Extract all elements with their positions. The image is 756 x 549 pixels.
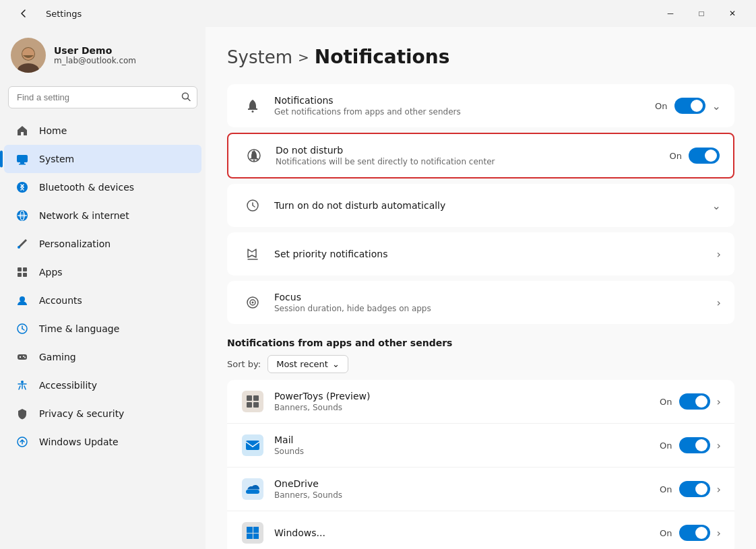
svg-line-20 [22, 329, 24, 330]
powertoys-chevron-icon[interactable]: › [717, 395, 721, 408]
window-body: User Demo m_lab@outlook.com Home [0, 27, 756, 549]
onedrive-toggle[interactable] [679, 481, 710, 497]
accessibility-icon [15, 378, 30, 393]
onedrive-text: OneDrive Banners, Sounds [274, 478, 660, 500]
do-not-disturb-subtitle: Notifications will be sent directly to n… [276, 157, 670, 166]
focus-chevron-icon[interactable]: › [717, 296, 721, 309]
app-row-mail[interactable]: Mail Sounds On › [227, 424, 734, 467]
nav-label-network: Network & internet [39, 210, 129, 221]
gaming-icon [15, 350, 30, 364]
search-input[interactable] [8, 86, 197, 108]
search-box[interactable] [8, 86, 197, 108]
priority-icon [241, 242, 265, 266]
mail-title: Mail [274, 434, 660, 445]
notifications-row[interactable]: Notifications Get notifications from app… [227, 84, 734, 127]
notifications-chevron-down-icon[interactable]: ⌄ [712, 100, 721, 112]
nav-label-bluetooth: Bluetooth & devices [39, 182, 134, 193]
powertoys-app-icon [241, 389, 265, 414]
windows-chevron-icon[interactable]: › [717, 527, 721, 540]
notifications-toggle[interactable] [674, 98, 705, 114]
onedrive-chevron-icon[interactable]: › [717, 483, 721, 496]
nav-item-accounts[interactable]: Accounts [4, 286, 201, 315]
breadcrumb-separator: > [298, 49, 309, 65]
nav-item-personalization[interactable]: Personalization [4, 230, 201, 258]
powertoys-state: On [660, 397, 672, 407]
app-row-powertoys[interactable]: PowerToys (Preview) Banners, Sounds On › [227, 380, 734, 424]
nav-item-accessibility[interactable]: Accessibility [4, 371, 201, 399]
app-notifications-card: PowerToys (Preview) Banners, Sounds On › [227, 380, 734, 549]
apps-icon [15, 265, 30, 280]
priority-chevron-icon[interactable]: › [717, 248, 721, 261]
minimize-button[interactable]: ─ [655, 3, 686, 24]
mail-toggle[interactable] [679, 437, 710, 453]
svg-rect-45 [247, 534, 253, 539]
powertoys-toggle[interactable] [679, 393, 710, 410]
nav-label-update: Windows Update [39, 437, 119, 447]
nav-label-home: Home [39, 125, 67, 136]
windows-controls: On › [660, 525, 721, 541]
windows-state: On [660, 528, 672, 538]
nav-item-home[interactable]: Home [4, 117, 201, 145]
notifications-controls: On ⌄ [655, 98, 721, 114]
app-title: Settings [46, 9, 82, 19]
auto-disturb-right: ⌄ [712, 199, 721, 212]
back-button[interactable] [8, 3, 39, 24]
auto-disturb-text: Turn on do not disturb automatically [274, 200, 712, 211]
focus-row[interactable]: Focus Session duration, hide badges on a… [227, 281, 734, 324]
svg-rect-15 [18, 273, 22, 277]
nav-label-accessibility: Accessibility [39, 380, 97, 391]
nav-item-update[interactable]: Windows Update [4, 428, 201, 456]
svg-rect-38 [253, 395, 259, 401]
nav-item-bluetooth[interactable]: Bluetooth & devices [4, 173, 201, 201]
nav-item-privacy[interactable]: Privacy & security [4, 399, 201, 428]
priority-notifications-row[interactable]: Set priority notifications › [227, 232, 734, 276]
svg-rect-16 [23, 273, 27, 277]
brush-icon [15, 236, 30, 251]
svg-point-2 [22, 48, 34, 60]
auto-disturb-row[interactable]: Turn on do not disturb automatically ⌄ [227, 184, 734, 227]
sort-row: Sort by: Most recent ⌄ [227, 355, 734, 373]
nav-label-personalization: Personalization [39, 238, 111, 249]
auto-disturb-chevron-icon[interactable]: ⌄ [712, 199, 721, 212]
svg-point-25 [23, 356, 24, 357]
onedrive-app-icon [241, 477, 265, 501]
windows-toggle[interactable] [679, 525, 710, 541]
onedrive-controls: On › [660, 481, 721, 497]
nav-item-gaming[interactable]: Gaming [4, 343, 201, 371]
maximize-button[interactable]: □ [686, 3, 717, 24]
window-controls: ─ □ ✕ [655, 3, 748, 24]
notifications-state: On [655, 101, 667, 111]
user-profile[interactable]: User Demo m_lab@outlook.com [0, 27, 206, 86]
nav-item-time[interactable]: Time & language [4, 315, 201, 343]
do-not-disturb-state: On [670, 151, 682, 161]
nav-item-system[interactable]: System [4, 145, 201, 173]
svg-point-12 [18, 246, 20, 249]
mail-controls: On › [660, 437, 721, 453]
nav-item-network[interactable]: Network & internet [4, 201, 201, 230]
sort-dropdown[interactable]: Most recent ⌄ [267, 355, 348, 373]
close-button[interactable]: ✕ [717, 3, 748, 24]
do-not-disturb-row[interactable]: Do not disturb Notifications will be sen… [228, 134, 733, 177]
user-name: User Demo [54, 45, 136, 56]
focus-subtitle: Session duration, hide badges on apps [274, 304, 717, 313]
mail-chevron-icon[interactable]: › [717, 439, 721, 452]
svg-rect-7 [19, 164, 26, 165]
do-not-disturb-toggle[interactable] [689, 148, 720, 164]
sidebar: User Demo m_lab@outlook.com Home [0, 27, 206, 549]
svg-point-1 [18, 63, 39, 73]
update-icon [15, 434, 30, 449]
svg-rect-21 [18, 354, 27, 360]
app-row-onedrive[interactable]: OneDrive Banners, Sounds On › [227, 467, 734, 511]
onedrive-subtitle: Banners, Sounds [274, 490, 660, 500]
nav-item-apps[interactable]: Apps [4, 258, 201, 286]
svg-rect-37 [247, 395, 252, 401]
nav-label-privacy: Privacy & security [39, 408, 124, 419]
onedrive-state: On [660, 484, 672, 494]
app-row-windows[interactable]: Windows... On › [227, 511, 734, 549]
powertoys-controls: On › [660, 393, 721, 410]
titlebar-left: Settings [8, 3, 82, 24]
auto-disturb-card: Turn on do not disturb automatically ⌄ [227, 184, 734, 227]
svg-point-36 [252, 302, 254, 304]
breadcrumb-parent: System [227, 47, 292, 67]
nav-label-system: System [39, 154, 74, 164]
